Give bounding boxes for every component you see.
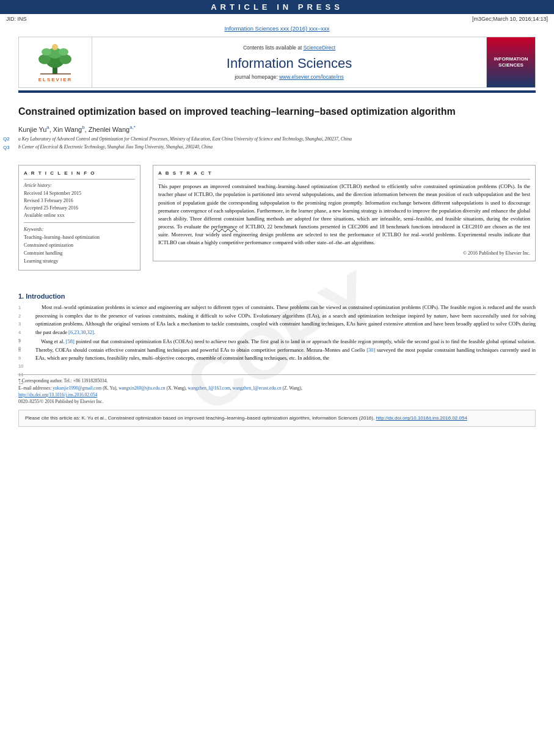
svg-point-6 xyxy=(59,48,68,56)
abstract-section: A B S T R A C T This paper proposes an i… xyxy=(153,165,536,261)
article-info-label: A R T I C L E I N F O xyxy=(24,170,135,176)
abstract-label: A B S T R A C T xyxy=(158,170,530,176)
revised-date: Revised 3 February 2016 xyxy=(24,197,135,205)
citation-text: Please cite this article as: K. Yu et al… xyxy=(25,415,529,422)
journal-title: Information Sciences xyxy=(227,56,352,71)
email-link-yu[interactable]: yukunjie1990@gmail.com xyxy=(53,385,101,391)
abstract-text: This paper proposes an improved constrai… xyxy=(158,183,530,247)
history-label: Article history: xyxy=(24,183,135,188)
journal-logo-right: INFORMATIONSCIENCES xyxy=(486,37,535,87)
intro-text-block-2: Wang et al. [58] pointed out that constr… xyxy=(35,338,536,362)
ref-link-1[interactable]: [6,23,30,32] xyxy=(68,329,94,335)
left-column: A R T I C L E I N F O Article history: R… xyxy=(18,165,140,277)
divider-2 xyxy=(24,222,135,223)
ref-link-3[interactable]: [30] xyxy=(366,347,375,353)
intro-paragraph-1: 1 2 3 4 5 6 Most real–world optimization… xyxy=(18,303,536,336)
email-link-wang-z2[interactable]: wangzhen_l@ecust.edu.cn xyxy=(233,385,282,391)
jid-bar: JID: INS [m3Gec;March 10, 2016;14:13] xyxy=(0,14,554,24)
homepage-line: journal homepage: www.elsevier.com/locat… xyxy=(235,74,344,80)
homepage-link[interactable]: www.elsevier.com/locate/ins xyxy=(279,74,344,80)
received-date: Received 14 September 2015 xyxy=(24,190,135,197)
main-content: Constrained optimization based on improv… xyxy=(0,95,554,362)
keyword-4: Learning strategy xyxy=(24,258,135,266)
authors-line: Kunjie Yua, Xin Wangb, Zhenlei Wanga,* xyxy=(18,125,536,133)
star-note: * Corresponding author. Tel.: +86 139182… xyxy=(18,377,536,384)
intro-paragraph-2: 7 8 9 10 11 12 Wang et al. [58] pointed … xyxy=(18,338,536,362)
svg-point-5 xyxy=(42,48,51,56)
right-column: A B S T R A C T This paper proposes an i… xyxy=(153,165,536,277)
keywords-label: Keywords: xyxy=(24,227,135,232)
introduction-section: 1. Introduction 1 2 3 4 5 6 Most real–wo… xyxy=(18,286,536,362)
contents-line: Contents lists available at ScienceDirec… xyxy=(243,45,335,51)
available-online: Available online xxx xyxy=(24,212,135,219)
article-in-press-banner: ARTICLE IN PRESS xyxy=(0,0,554,14)
accepted-date: Accepted 25 February 2016 xyxy=(24,205,135,212)
elsevier-label: ELSEVIER xyxy=(38,77,73,82)
affiliation-a: a Key Laboratory of Advanced Control and… xyxy=(18,136,536,143)
copyright-text: © 2016 Published by Elsevier Inc. xyxy=(158,250,530,256)
citation-box: Please cite this article as: K. Yu et al… xyxy=(18,410,536,427)
keywords-section: Keywords: Teaching–learning–based optimi… xyxy=(24,227,135,265)
article-info-box: A R T I C L E I N F O Article history: R… xyxy=(18,165,140,271)
issn-text: 0020–0255/© 2016 Published by Elsevier I… xyxy=(18,398,536,405)
doi-full-link[interactable]: http://dx.doi.org/10.1016/j.ins.2016.02.… xyxy=(18,391,536,398)
keyword-1: Teaching–learning–based optimization xyxy=(24,234,135,242)
accent-line xyxy=(18,90,536,93)
elsevier-logo-left: ELSEVIER xyxy=(19,37,92,87)
journal-header: ELSEVIER Contents lists available at Sci… xyxy=(18,37,536,88)
elsevier-tree-icon xyxy=(31,42,80,76)
meta-text: [m3Gec;March 10, 2016;14:13] xyxy=(472,16,548,22)
sciencedirect-link[interactable]: ScienceDirect xyxy=(304,45,335,51)
divider-1 xyxy=(24,179,135,180)
footer-section: * Corresponding author. Tel.: +86 139182… xyxy=(18,374,536,405)
svg-point-7 xyxy=(52,44,58,50)
info-sci-badge: INFORMATIONSCIENCES xyxy=(494,56,528,69)
article-title-section: Constrained optimization based on improv… xyxy=(18,95,536,156)
abstract-divider xyxy=(158,179,530,180)
intro-text-block-1: Most real–world optimization problems in… xyxy=(35,303,536,336)
citation-link[interactable]: http://dx.doi.org/10.1016/j.ins.2016.02.… xyxy=(376,415,467,421)
introduction-title: 1. Introduction xyxy=(18,293,536,300)
keyword-3: Constraint handling xyxy=(24,250,135,258)
ref-link-2[interactable]: [58] xyxy=(66,338,75,344)
email-line: E–mail addresses: yukunjie1990@gmail.com… xyxy=(18,385,536,391)
email-link-wang-x[interactable]: wangxin260@sjtu.edu.cn xyxy=(118,385,165,391)
doi-link-text[interactable]: Information Sciences xxx (2016) xxx–xxx xyxy=(224,25,329,32)
two-column-layout: A R T I C L E I N F O Article history: R… xyxy=(18,165,536,277)
jid-text: JID: INS xyxy=(6,16,27,22)
email-link-wang-z1[interactable]: wangzhen_l@163.com xyxy=(188,385,230,391)
performance-highlight: performance xyxy=(211,224,238,230)
journal-center: Contents lists available at ScienceDirec… xyxy=(92,37,486,87)
article-title: Constrained optimization based on improv… xyxy=(18,105,536,118)
affiliation-b: b Center of Electrical & Electronic Tech… xyxy=(18,144,536,151)
doi-link-header[interactable]: Information Sciences xxx (2016) xxx–xxx xyxy=(0,24,554,34)
keyword-2: Constrained optimization xyxy=(24,242,135,250)
